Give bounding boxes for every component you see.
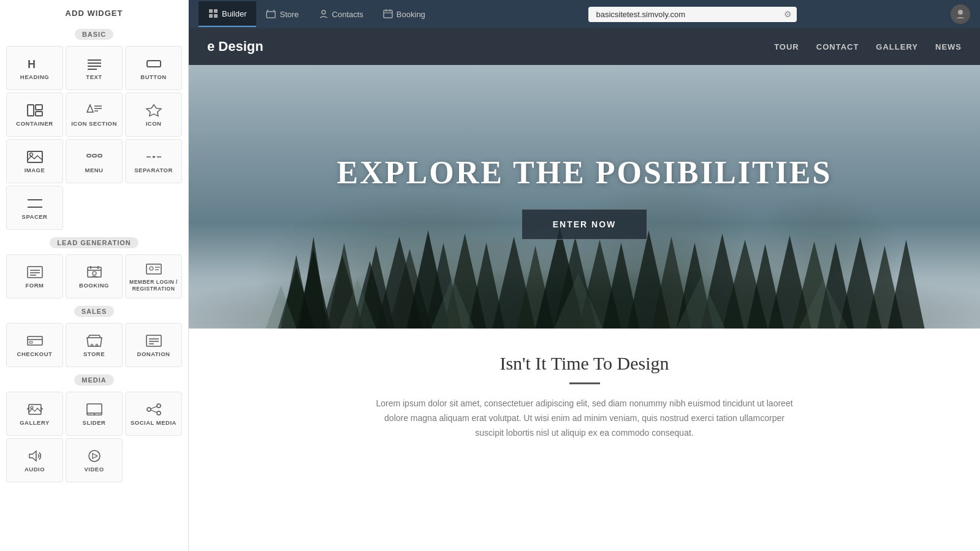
widget-container[interactable]: CONTAINER xyxy=(6,93,63,137)
svg-marker-61 xyxy=(93,454,97,458)
text-icon xyxy=(86,57,103,70)
spacer-icon xyxy=(26,197,44,210)
member-login-icon xyxy=(145,262,162,276)
hero-section: EXPLORE THE POSIBILITIES ENTER NOW xyxy=(189,65,980,329)
widget-donation[interactable]: DONATION xyxy=(125,323,182,367)
widget-audio[interactable]: AUDIO xyxy=(6,438,63,482)
avatar-icon xyxy=(955,9,966,20)
builder-nav-icon xyxy=(208,9,218,18)
hero-content: EXPLORE THE POSIBILITIES ENTER NOW xyxy=(337,154,832,240)
booking-icon xyxy=(86,265,103,279)
svg-marker-59 xyxy=(29,451,36,461)
svg-rect-6 xyxy=(28,105,34,116)
widget-spacer[interactable]: SPACER xyxy=(6,186,63,230)
icon-widget-icon xyxy=(145,104,162,117)
url-bar: ⚙ xyxy=(435,7,951,22)
nav-contacts[interactable]: Contacts xyxy=(309,2,373,26)
widget-video[interactable]: VIDEO xyxy=(66,438,123,482)
audio-label: AUDIO xyxy=(25,466,45,473)
panel-title: ADD WIDGET xyxy=(0,0,188,24)
store-label: STORE xyxy=(83,351,105,357)
donation-icon xyxy=(145,334,162,348)
svg-rect-47 xyxy=(29,405,41,414)
widget-social-media[interactable]: SOCIAL MEDIA xyxy=(125,392,182,436)
social-media-label: SOCIAL MEDIA xyxy=(131,419,177,426)
menu-label: MENU xyxy=(85,167,104,173)
url-input[interactable] xyxy=(588,7,797,22)
widget-heading[interactable]: H HEADING xyxy=(6,46,63,90)
site-nav-contact[interactable]: CONTACT xyxy=(816,42,859,51)
avatar[interactable] xyxy=(951,4,970,24)
widget-slider[interactable]: SLIDER xyxy=(66,392,123,436)
nav-booking[interactable]: Booking xyxy=(373,2,435,26)
widget-icon-section[interactable]: ICON SECTION xyxy=(66,93,123,137)
sales-grid: CHECKOUT STORE xyxy=(0,321,188,370)
contacts-nav-icon xyxy=(319,9,329,19)
basic-grid: H HEADING TEXT BU xyxy=(0,44,188,232)
button-label: BUTTON xyxy=(140,74,166,80)
svg-rect-42 xyxy=(146,335,161,346)
svg-rect-16 xyxy=(87,154,91,157)
section-label-media: MEDIA xyxy=(74,374,113,386)
enter-now-button[interactable]: ENTER NOW xyxy=(522,209,648,240)
site-logo: e Design xyxy=(207,39,774,55)
video-label: VIDEO xyxy=(84,466,104,473)
content-divider xyxy=(569,382,600,384)
widget-separator[interactable]: SEPARATOR xyxy=(125,139,182,183)
slider-label: SLIDER xyxy=(83,419,106,426)
svg-rect-39 xyxy=(29,341,32,343)
widget-panel: ADD WIDGET BASIC H HEADING T xyxy=(0,0,189,551)
text-label: TEXT xyxy=(86,74,102,80)
svg-text:H: H xyxy=(28,58,36,70)
image-label: IMAGE xyxy=(25,167,45,173)
icon-section-label: ICON SECTION xyxy=(71,120,117,127)
main-content: Builder Store Contacts xyxy=(189,0,980,551)
nav-store[interactable]: Store xyxy=(256,2,308,26)
svg-point-34 xyxy=(150,267,153,270)
svg-point-54 xyxy=(147,408,151,411)
widget-form[interactable]: FORM xyxy=(6,254,63,298)
gear-icon[interactable]: ⚙ xyxy=(784,9,792,19)
svg-rect-18 xyxy=(98,154,102,157)
svg-point-32 xyxy=(93,272,96,275)
widget-booking[interactable]: BOOKING xyxy=(66,254,123,298)
svg-rect-70 xyxy=(384,10,392,18)
svg-point-74 xyxy=(958,10,963,15)
svg-rect-33 xyxy=(146,264,161,274)
widget-icon-item[interactable]: ICON xyxy=(125,93,182,137)
member-login-label: MEMBER LOGIN / REGISTRATION xyxy=(128,279,179,291)
checkout-label: CHECKOUT xyxy=(17,351,53,357)
heading-icon: H xyxy=(26,57,44,70)
widget-store[interactable]: STORE xyxy=(66,323,123,367)
svg-line-58 xyxy=(151,410,157,412)
widget-gallery[interactable]: GALLERY xyxy=(6,392,63,436)
site-nav-tour[interactable]: TOUR xyxy=(774,42,799,51)
top-bar: Builder Store Contacts xyxy=(189,0,980,28)
image-icon xyxy=(26,150,44,164)
widget-checkout[interactable]: CHECKOUT xyxy=(6,323,63,367)
widget-member-login[interactable]: MEMBER LOGIN / REGISTRATION xyxy=(125,254,182,298)
widget-button[interactable]: BUTTON xyxy=(125,46,182,90)
top-bar-right xyxy=(951,4,970,24)
section-label-lead: LEAD GENERATION xyxy=(50,237,139,248)
site-nav-gallery[interactable]: GALLERY xyxy=(876,42,918,51)
svg-point-56 xyxy=(157,411,161,415)
widget-menu[interactable]: MENU xyxy=(66,139,123,183)
spacer-label: SPACER xyxy=(22,213,48,220)
container-label: CONTAINER xyxy=(16,120,53,127)
lead-grid: FORM BOOKING xyxy=(0,252,188,301)
widget-image[interactable]: IMAGE xyxy=(6,139,63,183)
svg-rect-63 xyxy=(214,9,218,13)
section-label-sales: SALES xyxy=(74,306,115,317)
gallery-label: GALLERY xyxy=(20,419,50,426)
svg-rect-37 xyxy=(28,336,42,345)
button-icon xyxy=(145,57,162,70)
audio-icon xyxy=(26,449,44,463)
video-icon xyxy=(86,449,103,463)
svg-point-15 xyxy=(29,153,32,156)
nav-builder[interactable]: Builder xyxy=(199,1,256,27)
content-section: Isn't It Time To Design Lorem ipsum dolo… xyxy=(189,329,980,551)
widget-text[interactable]: TEXT xyxy=(66,46,123,90)
svg-point-51 xyxy=(94,414,95,415)
site-nav-news[interactable]: NEWS xyxy=(935,42,962,51)
